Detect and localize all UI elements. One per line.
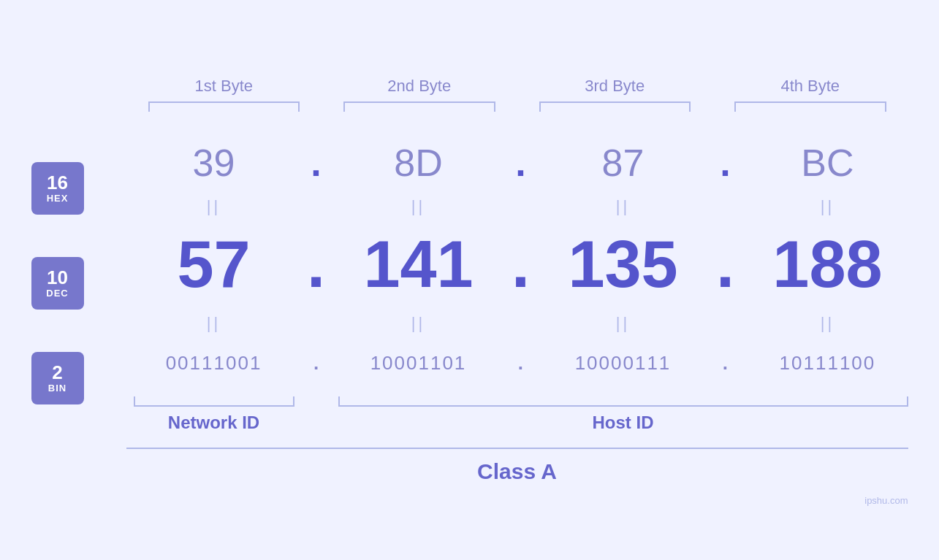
dec-byte-1: 57 — [134, 227, 294, 302]
byte-header-2: 2nd Byte — [339, 77, 500, 96]
dec-byte-3: 135 — [542, 227, 703, 302]
dec-badge: 10 DEC — [31, 257, 84, 310]
hex-byte-1: 39 — [134, 141, 294, 185]
hex-byte-3: 87 — [542, 141, 703, 185]
hex-badge: 16 HEX — [31, 162, 84, 215]
byte-header-1: 1st Byte — [143, 77, 304, 96]
byte-header-4: 4th Byte — [730, 77, 891, 96]
hex-byte-2: 8D — [338, 141, 498, 185]
dot-sep-3: . — [720, 141, 730, 185]
dec-byte-4: 188 — [747, 227, 908, 302]
eq-2: || — [338, 197, 499, 216]
hex-byte-4: BC — [747, 141, 908, 185]
host-id-label: Host ID — [338, 413, 908, 433]
dot-sep-2: . — [515, 141, 525, 185]
network-id-label: Network ID — [134, 413, 294, 433]
bin-dot-2: . — [518, 352, 523, 375]
dot-sep-1: . — [311, 141, 321, 185]
dec-byte-2: 141 — [338, 227, 498, 302]
bin-badge: 2 BIN — [31, 352, 84, 404]
watermark: ipshu.com — [864, 495, 908, 506]
dec-dot-1: . — [307, 227, 325, 302]
bin-byte-2: 10001101 — [338, 352, 498, 375]
eq-b1: || — [134, 314, 294, 333]
eq-1: || — [134, 197, 294, 216]
eq-3: || — [543, 197, 704, 216]
dec-dot-2: . — [512, 227, 530, 302]
bin-dot-3: . — [723, 352, 728, 375]
eq-b3: || — [543, 314, 704, 333]
bin-byte-1: 00111001 — [134, 352, 294, 375]
bin-byte-3: 10000111 — [542, 352, 703, 375]
class-label: Class A — [477, 459, 557, 483]
bin-dot-1: . — [313, 352, 319, 375]
byte-header-3: 3rd Byte — [534, 77, 695, 96]
eq-b2: || — [338, 314, 499, 333]
eq-b4: || — [748, 314, 908, 333]
bin-byte-4: 10111100 — [747, 352, 908, 375]
eq-4: || — [748, 197, 908, 216]
dec-dot-3: . — [716, 227, 734, 302]
